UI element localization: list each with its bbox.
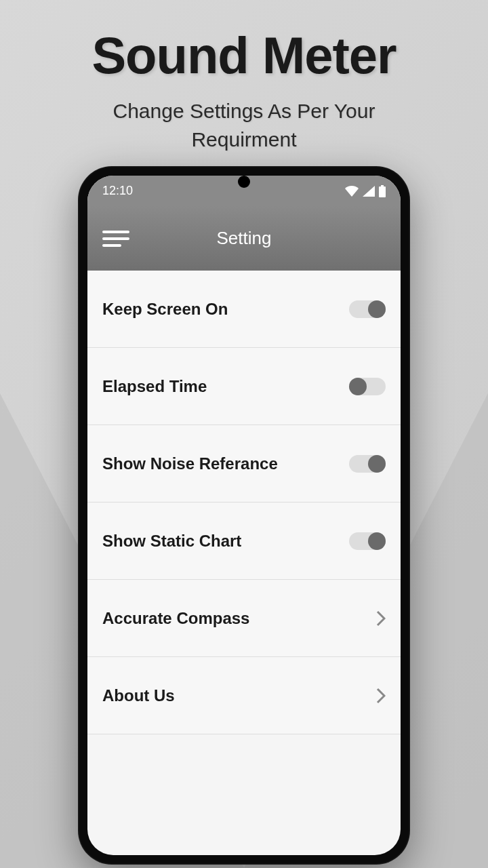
toggle-keep-screen-on[interactable] [349,300,386,318]
setting-label: About Us [102,686,175,705]
toggle-elapsed-time[interactable] [349,378,386,395]
phone-frame: 12:10 Setting Keep Screen On Elapsed Tim… [78,166,410,865]
svg-rect-0 [381,185,384,186]
promo-subtitle: Change Settings As Per Your Requirment [0,97,488,154]
setting-label: Accurate Compass [102,609,249,628]
signal-icon [363,186,375,197]
setting-show-static-chart[interactable]: Show Static Chart [87,502,401,580]
app-header: Setting [87,206,401,271]
promo-title: Sound Meter [0,26,488,85]
setting-about-us[interactable]: About Us [87,657,401,734]
setting-keep-screen-on[interactable]: Keep Screen On [87,271,401,348]
menu-icon[interactable] [102,226,129,251]
setting-accurate-compass[interactable]: Accurate Compass [87,580,401,657]
setting-label: Show Noise Referance [102,454,278,473]
status-time: 12:10 [102,184,133,198]
setting-label: Show Static Chart [102,532,241,551]
wifi-icon [345,186,359,197]
setting-label: Keep Screen On [102,300,228,319]
setting-elapsed-time[interactable]: Elapsed Time [87,348,401,425]
toggle-show-static-chart[interactable] [349,532,386,550]
camera-notch [238,176,250,188]
header-title: Setting [217,228,272,249]
svg-rect-1 [379,186,386,197]
chevron-right-icon [376,688,386,704]
chevron-right-icon [376,610,386,627]
settings-list: Keep Screen On Elapsed Time Show Noise R… [87,271,401,734]
status-icons [345,185,386,197]
phone-screen: 12:10 Setting Keep Screen On Elapsed Tim… [87,176,401,855]
setting-show-noise-reference[interactable]: Show Noise Referance [87,425,401,502]
setting-label: Elapsed Time [102,377,207,396]
toggle-show-noise-reference[interactable] [349,455,386,473]
battery-icon [379,185,386,197]
